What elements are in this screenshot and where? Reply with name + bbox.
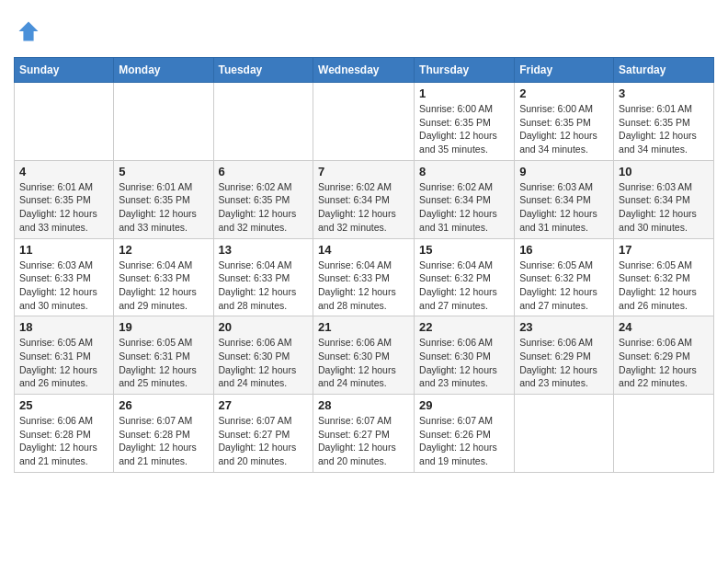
day-info: Sunrise: 6:04 AM Sunset: 6:33 PM Dayligh…	[318, 259, 409, 313]
day-info: Sunrise: 6:06 AM Sunset: 6:29 PM Dayligh…	[619, 336, 709, 390]
day-info: Sunrise: 6:07 AM Sunset: 6:26 PM Dayligh…	[419, 414, 509, 468]
calendar-cell	[515, 395, 614, 473]
day-info: Sunrise: 6:05 AM Sunset: 6:31 PM Dayligh…	[19, 336, 108, 390]
calendar-cell: 29Sunrise: 6:07 AM Sunset: 6:26 PM Dayli…	[415, 395, 515, 473]
day-info: Sunrise: 6:03 AM Sunset: 6:33 PM Dayligh…	[19, 259, 108, 313]
day-number: 15	[419, 243, 509, 257]
calendar-cell: 15Sunrise: 6:04 AM Sunset: 6:32 PM Dayli…	[415, 238, 515, 316]
day-number: 10	[619, 165, 709, 178]
day-info: Sunrise: 6:06 AM Sunset: 6:30 PM Dayligh…	[318, 336, 409, 390]
day-number: 11	[19, 243, 108, 257]
week-row-2: 4Sunrise: 6:01 AM Sunset: 6:35 PM Daylig…	[15, 160, 714, 238]
day-number: 12	[119, 243, 208, 257]
logo-icon	[16, 18, 41, 44]
calendar-cell: 23Sunrise: 6:06 AM Sunset: 6:29 PM Dayli…	[515, 316, 614, 395]
calendar-cell: 26Sunrise: 6:07 AM Sunset: 6:28 PM Dayli…	[114, 395, 213, 473]
day-number: 22	[419, 320, 509, 334]
calendar-header-row: SundayMondayTuesdayWednesdayThursdayFrid…	[15, 58, 714, 83]
calendar-cell: 14Sunrise: 6:04 AM Sunset: 6:33 PM Dayli…	[313, 238, 415, 316]
calendar-cell: 6Sunrise: 6:02 AM Sunset: 6:35 PM Daylig…	[213, 160, 313, 238]
day-info: Sunrise: 6:07 AM Sunset: 6:28 PM Dayligh…	[119, 414, 208, 468]
day-info: Sunrise: 6:01 AM Sunset: 6:35 PM Dayligh…	[619, 102, 709, 156]
calendar-cell: 19Sunrise: 6:05 AM Sunset: 6:31 PM Dayli…	[114, 316, 213, 395]
calendar-cell: 28Sunrise: 6:07 AM Sunset: 6:27 PM Dayli…	[313, 395, 415, 473]
calendar-cell: 10Sunrise: 6:03 AM Sunset: 6:34 PM Dayli…	[614, 160, 714, 238]
calendar-cell: 11Sunrise: 6:03 AM Sunset: 6:33 PM Dayli…	[15, 238, 114, 316]
day-info: Sunrise: 6:02 AM Sunset: 6:34 PM Dayligh…	[318, 180, 409, 235]
day-info: Sunrise: 6:07 AM Sunset: 6:27 PM Dayligh…	[219, 414, 309, 468]
day-info: Sunrise: 6:06 AM Sunset: 6:29 PM Dayligh…	[519, 336, 609, 390]
calendar-cell: 2Sunrise: 6:00 AM Sunset: 6:35 PM Daylig…	[515, 83, 614, 161]
day-number: 29	[419, 398, 509, 412]
calendar-table: SundayMondayTuesdayWednesdayThursdayFrid…	[14, 57, 714, 473]
logo	[14, 18, 45, 48]
calendar-cell: 20Sunrise: 6:06 AM Sunset: 6:30 PM Dayli…	[213, 316, 313, 395]
day-info: Sunrise: 6:02 AM Sunset: 6:34 PM Dayligh…	[419, 180, 509, 235]
day-info: Sunrise: 6:05 AM Sunset: 6:31 PM Dayligh…	[119, 336, 208, 390]
day-number: 24	[619, 320, 709, 334]
day-number: 5	[119, 165, 208, 178]
day-info: Sunrise: 6:06 AM Sunset: 6:30 PM Dayligh…	[419, 336, 509, 390]
calendar-cell: 17Sunrise: 6:05 AM Sunset: 6:32 PM Dayli…	[614, 238, 714, 316]
calendar-cell	[15, 83, 114, 161]
day-info: Sunrise: 6:04 AM Sunset: 6:33 PM Dayligh…	[119, 259, 208, 313]
week-row-3: 11Sunrise: 6:03 AM Sunset: 6:33 PM Dayli…	[15, 238, 714, 316]
calendar-cell	[313, 83, 415, 161]
col-header-wednesday: Wednesday	[313, 58, 415, 83]
calendar-cell: 3Sunrise: 6:01 AM Sunset: 6:35 PM Daylig…	[614, 83, 714, 161]
svg-marker-0	[19, 22, 39, 41]
day-number: 23	[519, 320, 609, 334]
day-number: 2	[519, 86, 609, 100]
col-header-tuesday: Tuesday	[213, 58, 313, 83]
col-header-friday: Friday	[515, 58, 614, 83]
day-number: 13	[219, 243, 309, 257]
calendar-cell	[213, 83, 313, 161]
day-number: 8	[419, 165, 509, 178]
day-info: Sunrise: 6:05 AM Sunset: 6:32 PM Dayligh…	[519, 259, 609, 313]
calendar-cell: 21Sunrise: 6:06 AM Sunset: 6:30 PM Dayli…	[313, 316, 415, 395]
day-info: Sunrise: 6:00 AM Sunset: 6:35 PM Dayligh…	[419, 102, 509, 156]
day-number: 17	[619, 243, 709, 257]
day-number: 3	[619, 86, 709, 100]
day-info: Sunrise: 6:02 AM Sunset: 6:35 PM Dayligh…	[219, 180, 309, 235]
calendar-cell: 4Sunrise: 6:01 AM Sunset: 6:35 PM Daylig…	[15, 160, 114, 238]
day-number: 9	[519, 165, 609, 178]
calendar-cell: 18Sunrise: 6:05 AM Sunset: 6:31 PM Dayli…	[15, 316, 114, 395]
day-info: Sunrise: 6:05 AM Sunset: 6:32 PM Dayligh…	[619, 259, 709, 313]
day-number: 21	[318, 320, 409, 334]
day-info: Sunrise: 6:06 AM Sunset: 6:28 PM Dayligh…	[19, 414, 108, 468]
day-info: Sunrise: 6:04 AM Sunset: 6:33 PM Dayligh…	[219, 259, 309, 313]
day-info: Sunrise: 6:01 AM Sunset: 6:35 PM Dayligh…	[119, 180, 208, 235]
col-header-monday: Monday	[114, 58, 213, 83]
day-number: 27	[219, 398, 309, 412]
week-row-5: 25Sunrise: 6:06 AM Sunset: 6:28 PM Dayli…	[15, 395, 714, 473]
day-info: Sunrise: 6:06 AM Sunset: 6:30 PM Dayligh…	[219, 336, 309, 390]
calendar-cell: 13Sunrise: 6:04 AM Sunset: 6:33 PM Dayli…	[213, 238, 313, 316]
col-header-sunday: Sunday	[15, 58, 114, 83]
header	[14, 14, 714, 48]
calendar-cell	[114, 83, 213, 161]
day-number: 19	[119, 320, 208, 334]
calendar-cell: 12Sunrise: 6:04 AM Sunset: 6:33 PM Dayli…	[114, 238, 213, 316]
week-row-4: 18Sunrise: 6:05 AM Sunset: 6:31 PM Dayli…	[15, 316, 714, 395]
day-info: Sunrise: 6:03 AM Sunset: 6:34 PM Dayligh…	[519, 180, 609, 235]
day-info: Sunrise: 6:00 AM Sunset: 6:35 PM Dayligh…	[519, 102, 609, 156]
day-number: 26	[119, 398, 208, 412]
calendar-cell	[614, 395, 714, 473]
calendar-cell: 7Sunrise: 6:02 AM Sunset: 6:34 PM Daylig…	[313, 160, 415, 238]
col-header-thursday: Thursday	[415, 58, 515, 83]
day-number: 25	[19, 398, 108, 412]
calendar-cell: 16Sunrise: 6:05 AM Sunset: 6:32 PM Dayli…	[515, 238, 614, 316]
day-number: 7	[318, 165, 409, 178]
week-row-1: 1Sunrise: 6:00 AM Sunset: 6:35 PM Daylig…	[15, 83, 714, 161]
calendar-cell: 1Sunrise: 6:00 AM Sunset: 6:35 PM Daylig…	[415, 83, 515, 161]
calendar-cell: 25Sunrise: 6:06 AM Sunset: 6:28 PM Dayli…	[15, 395, 114, 473]
calendar-cell: 22Sunrise: 6:06 AM Sunset: 6:30 PM Dayli…	[415, 316, 515, 395]
day-number: 20	[219, 320, 309, 334]
day-number: 6	[219, 165, 309, 178]
day-info: Sunrise: 6:04 AM Sunset: 6:32 PM Dayligh…	[419, 259, 509, 313]
day-number: 16	[519, 243, 609, 257]
day-number: 1	[419, 86, 509, 100]
day-info: Sunrise: 6:01 AM Sunset: 6:35 PM Dayligh…	[19, 180, 108, 235]
calendar-cell: 24Sunrise: 6:06 AM Sunset: 6:29 PM Dayli…	[614, 316, 714, 395]
